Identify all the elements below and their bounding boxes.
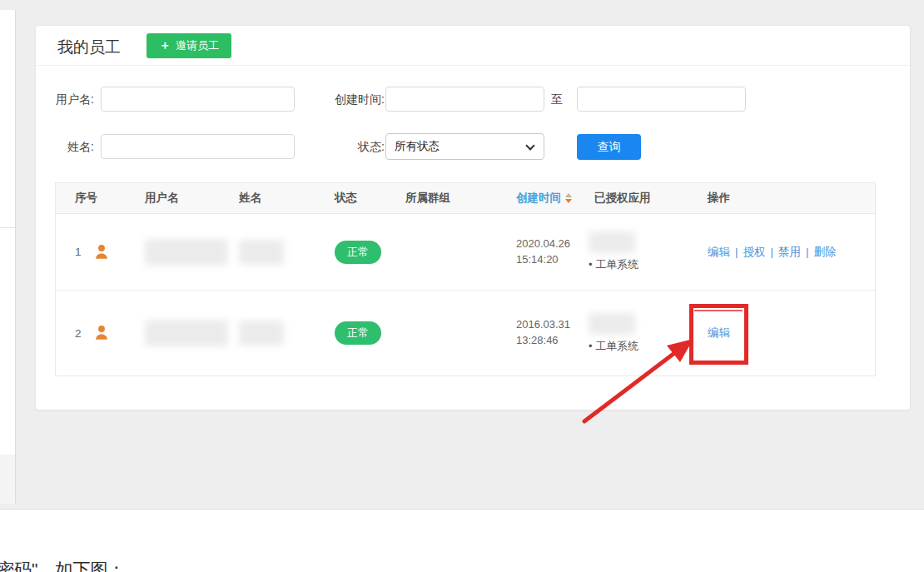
red-highlight-box <box>689 304 748 365</box>
name-cell <box>220 240 315 265</box>
seq-number: 2 <box>75 327 82 340</box>
redacted-name <box>239 240 284 265</box>
created-cell: 2020.04.26 15:14:20 <box>497 236 575 268</box>
username-cell <box>126 320 220 346</box>
chevron-down-icon <box>525 141 534 150</box>
actions-cell: 编辑|授权|禁用|删除 <box>688 245 875 260</box>
sort-asc-icon <box>565 193 572 197</box>
redacted-name <box>239 321 284 346</box>
name-input[interactable] <box>101 134 295 159</box>
user-avatar-icon <box>92 243 111 261</box>
action-separator: | <box>806 246 809 258</box>
name-cell <box>220 321 315 346</box>
sort-icon[interactable] <box>565 193 572 203</box>
table-row: 1 正常 2020.04.26 15:14:20 • 工单系统 <box>56 214 875 291</box>
seq-number: 1 <box>75 246 82 258</box>
created-date: 2020.04.26 <box>516 236 575 252</box>
authorized-app-cell: • 工单系统 <box>575 231 688 272</box>
status-select-value: 所有状态 <box>395 139 440 154</box>
user-avatar-icon <box>92 324 111 342</box>
header-seq: 序号 <box>56 191 126 206</box>
seq-cell: 2 <box>56 324 126 342</box>
header-name: 姓名 <box>220 191 315 206</box>
authorize-link[interactable]: 授权 <box>743 246 766 258</box>
edit-link[interactable]: 编辑 <box>708 246 730 258</box>
employees-table: 序号 用户名 姓名 状态 所属群组 创建时间 已授权应用 操作 1 <box>55 182 876 376</box>
to-label: 至 <box>547 87 567 112</box>
header-status: 状态 <box>315 191 386 206</box>
left-panel-footer <box>0 455 16 504</box>
created-time: 15:14:20 <box>516 252 575 268</box>
created-from-input[interactable] <box>385 87 544 112</box>
username-label: 用户名: <box>42 87 94 112</box>
table-row: 2 正常 2016.03.31 13:28:46 • 工单系统 <box>56 291 875 376</box>
name-label: 姓名: <box>42 134 94 159</box>
redacted-app <box>589 231 635 253</box>
created-cell: 2016.03.31 13:28:46 <box>497 317 575 349</box>
app-label: • 工单系统 <box>589 339 638 354</box>
search-button[interactable]: 查询 <box>577 134 641 160</box>
redacted-app <box>589 313 635 335</box>
created-time: 13:28:46 <box>516 333 575 349</box>
header-authorized-apps: 已授权应用 <box>575 191 688 206</box>
status-badge: 正常 <box>335 241 381 264</box>
status-cell: 正常 <box>315 241 386 264</box>
status-cell: 正常 <box>315 321 386 345</box>
screenshot-area: 我的员工 ＋ 邀请员工 用户名: 创建时间: 至 姓名: 状态: 所有状态 查询… <box>0 0 924 510</box>
header-created-label: 创建时间 <box>516 191 561 206</box>
seq-cell: 1 <box>56 243 126 261</box>
username-cell <box>126 239 220 266</box>
left-panel-edge <box>0 10 16 455</box>
plus-icon: ＋ <box>159 38 171 53</box>
delete-link[interactable]: 删除 <box>814 246 837 258</box>
action-separator: | <box>771 246 774 258</box>
header-actions: 操作 <box>688 191 875 206</box>
card-header: 我的员工 ＋ 邀请员工 <box>36 26 910 66</box>
app-label: • 工单系统 <box>589 257 638 272</box>
status-select[interactable]: 所有状态 <box>385 133 544 160</box>
disable-link[interactable]: 禁用 <box>778 246 801 258</box>
header-created-sortable[interactable]: 创建时间 <box>497 191 575 206</box>
left-panel-divider <box>0 227 15 228</box>
authorized-app-cell: • 工单系统 <box>575 313 688 354</box>
status-badge: 正常 <box>335 321 381 345</box>
username-input[interactable] <box>101 87 295 112</box>
action-separator: | <box>735 246 738 258</box>
status-label: 状态: <box>298 134 385 159</box>
my-employees-card: 我的员工 ＋ 邀请员工 用户名: 创建时间: 至 姓名: 状态: 所有状态 查询… <box>35 25 911 410</box>
red-highlight-inner-line <box>694 310 743 311</box>
redacted-username <box>145 320 228 346</box>
sort-desc-icon <box>565 199 572 203</box>
created-from-label: 创建时间: <box>298 87 385 112</box>
header-group: 所属群组 <box>386 191 497 206</box>
created-date: 2016.03.31 <box>516 317 575 333</box>
page-title: 我的员工 <box>57 37 121 58</box>
document-caption: 密码"，如下图： <box>0 558 125 572</box>
table-header-row: 序号 用户名 姓名 状态 所属群组 创建时间 已授权应用 操作 <box>56 183 875 214</box>
invite-employee-button[interactable]: ＋ 邀请员工 <box>147 33 231 58</box>
created-to-input[interactable] <box>577 87 746 112</box>
invite-employee-label: 邀请员工 <box>176 38 219 53</box>
header-username: 用户名 <box>126 191 220 206</box>
redacted-username <box>145 239 228 266</box>
